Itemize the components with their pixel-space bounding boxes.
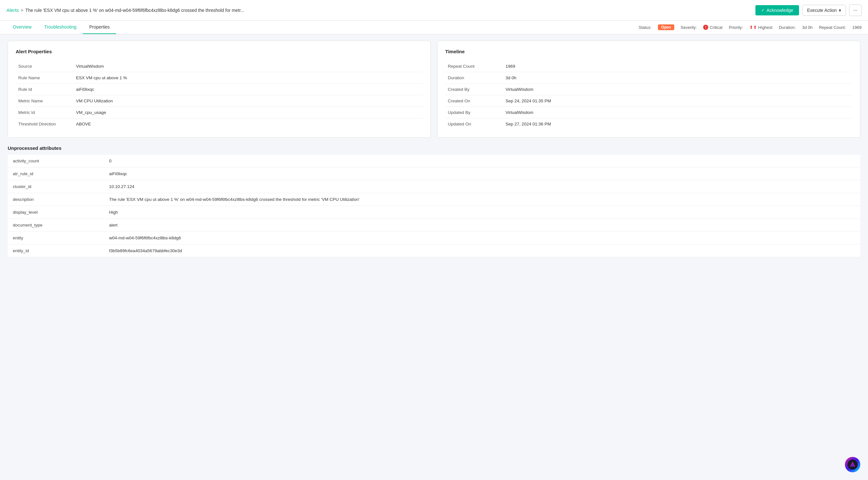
prop-label: Threshold Direction <box>16 118 73 130</box>
ellipsis-icon: ··· <box>853 7 858 13</box>
repeat-count-label: Repeat Count: <box>819 25 846 30</box>
alert-properties-title: Alert Properties <box>16 49 423 54</box>
timeline-label: Updated On <box>445 118 503 130</box>
status-badge: Open <box>658 24 674 30</box>
timeline-value: Sep 24, 2024 01:35 PM <box>503 95 852 107</box>
unprocessed-attributes-section: Unprocessed attributes activity_count 0 … <box>8 145 860 257</box>
attr-value: The rule 'ESX VM cpu ut above 1 %' on w0… <box>104 193 860 206</box>
attr-value: aiFi0lixqc <box>104 168 860 180</box>
table-row: Created By VirtualWisdom <box>445 84 852 95</box>
severity-label: Severity: <box>681 25 697 30</box>
table-row: Rule Name ESX VM cpu ut above 1 % <box>16 72 423 84</box>
breadcrumb: Alerts > The rule 'ESX VM cpu ut above 1… <box>6 7 755 13</box>
prop-value: VirtualWisdom <box>73 61 423 72</box>
table-row: Source VirtualWisdom <box>16 61 423 72</box>
list-item: cluster_id 10.10.27.124 <box>8 180 860 193</box>
execute-action-button[interactable]: Execute Action ▾ <box>802 5 846 16</box>
table-row: Threshold Direction ABOVE <box>16 118 423 130</box>
acknowledge-button[interactable]: ✓ Acknowledge <box>755 5 799 16</box>
attr-value: alert <box>104 219 860 232</box>
chevron-down-icon: ▾ <box>839 8 841 13</box>
prop-value: aiFi0lixqc <box>73 84 423 95</box>
list-item: activity_count 0 <box>8 155 860 168</box>
tabs: Overview Troubleshooting Properties <box>6 21 116 34</box>
attr-key: cluster_id <box>8 180 104 193</box>
timeline-label: Updated By <box>445 107 503 118</box>
alert-properties-table: Source VirtualWisdom Rule Name ESX VM cp… <box>16 61 423 130</box>
timeline-title: Timeline <box>445 49 852 54</box>
table-row: Repeat Count 1969 <box>445 61 852 72</box>
list-item: display_level High <box>8 206 860 219</box>
timeline-value: VirtualWisdom <box>503 107 852 118</box>
attr-key: entity <box>8 232 104 244</box>
timeline-label: Created On <box>445 95 503 107</box>
table-row: Rule Id aiFi0lixqc <box>16 84 423 95</box>
attr-key: description <box>8 193 104 206</box>
critical-icon: ! <box>703 25 708 30</box>
tab-overview[interactable]: Overview <box>6 21 38 34</box>
list-item: entity w04-md-w04-59f6f6fbc4xzl8bs-k8dg6 <box>8 232 860 244</box>
prop-value: VM_cpu_usage <box>73 107 423 118</box>
severity-value: Critical <box>710 25 722 30</box>
attr-key: entity_id <box>8 244 104 257</box>
attr-key: display_level <box>8 206 104 219</box>
timeline-value: Sep 27, 2024 01:36 PM <box>503 118 852 130</box>
top-bar-actions: ✓ Acknowledge Execute Action ▾ ··· <box>755 4 862 16</box>
attr-value: High <box>104 206 860 219</box>
table-row: Metric Id VM_cpu_usage <box>16 107 423 118</box>
priority-value: Highest <box>758 25 772 30</box>
prop-value: VM CPU Utilization <box>73 95 423 107</box>
breadcrumb-alerts-link[interactable]: Alerts <box>6 7 19 13</box>
main-content: Alert Properties Source VirtualWisdom Ru… <box>0 34 868 264</box>
tab-troubleshooting[interactable]: Troubleshooting <box>38 21 83 34</box>
more-options-button[interactable]: ··· <box>849 4 862 16</box>
attr-value: f3b5b89fc6ea4034a5679abbfec30e3d <box>104 244 860 257</box>
prop-label: Source <box>16 61 73 72</box>
timeline-value: 1969 <box>503 61 852 72</box>
repeat-count-value: 1969 <box>852 25 862 30</box>
status-label: Status: <box>639 25 651 30</box>
execute-action-label: Execute Action <box>807 8 837 13</box>
tab-properties[interactable]: Properties <box>83 21 116 34</box>
prop-label: Metric Id <box>16 107 73 118</box>
duration-value: 3d 0h <box>802 25 813 30</box>
priority-icon: ⬆⬆ <box>749 25 757 30</box>
table-row: Duration 3d 0h <box>445 72 852 84</box>
prop-value: ESX VM cpu ut above 1 % <box>73 72 423 84</box>
attr-value: w04-md-w04-59f6f6fbc4xzl8bs-k8dg6 <box>104 232 860 244</box>
timeline-label: Duration <box>445 72 503 84</box>
list-item: description The rule 'ESX VM cpu ut abov… <box>8 193 860 206</box>
table-row: Updated By VirtualWisdom <box>445 107 852 118</box>
timeline-label: Created By <box>445 84 503 95</box>
attr-value: 0 <box>104 155 860 168</box>
tab-bar: Overview Troubleshooting Properties Stat… <box>0 21 868 34</box>
breadcrumb-separator: > <box>21 7 23 13</box>
attr-key: document_type <box>8 219 104 232</box>
severity-badge: ! Critical <box>703 25 722 30</box>
prop-label: Rule Name <box>16 72 73 84</box>
table-row: Created On Sep 24, 2024 01:35 PM <box>445 95 852 107</box>
attr-key: atr_rule_id <box>8 168 104 180</box>
acknowledge-label: Acknowledge <box>767 8 793 13</box>
timeline-card: Timeline Repeat Count 1969 Duration 3d 0… <box>437 41 860 138</box>
alert-properties-card: Alert Properties Source VirtualWisdom Ru… <box>8 41 431 138</box>
top-bar: Alerts > The rule 'ESX VM cpu ut above 1… <box>0 0 868 21</box>
table-row: Updated On Sep 27, 2024 01:36 PM <box>445 118 852 130</box>
priority-label: Priority: <box>729 25 743 30</box>
timeline-label: Repeat Count <box>445 61 503 72</box>
list-item: entity_id f3b5b89fc6ea4034a5679abbfec30e… <box>8 244 860 257</box>
list-item: document_type alert <box>8 219 860 232</box>
table-row: Metric Name VM CPU Utilization <box>16 95 423 107</box>
timeline-value: 3d 0h <box>503 72 852 84</box>
duration-label: Duration: <box>779 25 796 30</box>
timeline-table: Repeat Count 1969 Duration 3d 0h Created… <box>445 61 852 130</box>
timeline-value: VirtualWisdom <box>503 84 852 95</box>
breadcrumb-page-title: The rule 'ESX VM cpu ut above 1 %' on w0… <box>25 8 244 13</box>
list-item: atr_rule_id aiFi0lixqc <box>8 168 860 180</box>
unprocessed-attributes-table: activity_count 0 atr_rule_id aiFi0lixqc … <box>8 155 860 257</box>
prop-value: ABOVE <box>73 118 423 130</box>
priority-badge: ⬆⬆ Highest <box>749 25 772 30</box>
prop-label: Rule Id <box>16 84 73 95</box>
check-icon: ✓ <box>761 8 765 12</box>
attr-value: 10.10.27.124 <box>104 180 860 193</box>
